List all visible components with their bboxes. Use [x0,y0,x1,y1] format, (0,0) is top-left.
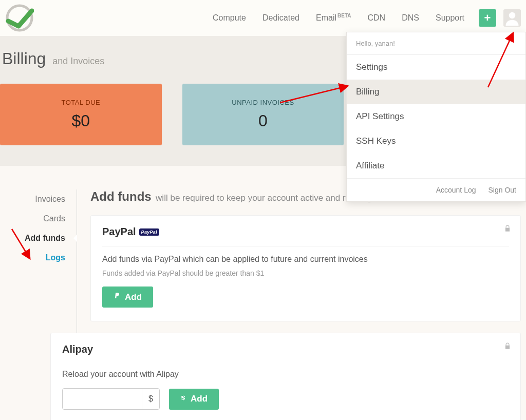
alipay-add-button[interactable]: Add [169,389,219,410]
stat-value: 0 [258,111,268,130]
paypal-badge-icon: PayPal [139,228,159,236]
user-icon [504,10,520,26]
stat-label: TOTAL DUE [61,99,100,106]
paypal-note: Funds added via PayPal should be greater… [102,269,509,277]
nav-dedicated[interactable]: Dedicated [262,11,299,25]
sidebar-item-invoices[interactable]: Invoices [0,189,77,209]
user-avatar[interactable] [503,9,521,27]
svg-line-2 [488,34,513,87]
dropdown-affiliate[interactable]: Affiliate [347,154,525,178]
alipay-desc: Reload your account with Alipay [62,370,509,379]
dropdown-api-settings[interactable]: API Settings [347,104,525,129]
plus-icon: + [484,11,491,25]
nav-compute[interactable]: Compute [213,11,246,25]
dropdown-sign-out[interactable]: Sign Out [489,186,516,194]
stat-value: $0 [72,111,90,130]
nav-links: Compute Dedicated EmailBETA CDN DNS Supp… [213,11,464,25]
alipay-title: Alipay [62,343,509,355]
alipay-amount-input[interactable]: $ [62,388,160,410]
dropdown-ssh-keys[interactable]: SSH Keys [347,129,525,154]
content: Invoices Cards Add funds Logs Add funds … [0,189,526,420]
main-heading: Add funds [90,189,152,203]
brand-logo [5,4,34,32]
paypal-panel: PayPal PayPal Add funds via PayPal which… [90,215,521,321]
page-subtitle: and Invoices [52,56,104,66]
nav-support[interactable]: Support [436,11,464,25]
paypal-icon [114,292,121,302]
annotation-arrow-billing [277,77,354,110]
svg-point-1 [509,12,516,19]
alipay-panel: Alipay Reload your account with Alipay $… [50,333,521,420]
nav-email[interactable]: EmailBETA [316,11,351,25]
svg-line-3 [280,86,347,103]
dropdown-account-log[interactable]: Account Log [436,186,476,194]
create-button[interactable]: + [479,9,496,27]
alipay-amount-row: $ Add [62,388,509,410]
paypal-title: PayPal PayPal [102,226,509,238]
nav-dns[interactable]: DNS [402,11,419,25]
top-nav: Compute Dedicated EmailBETA CDN DNS Supp… [0,0,526,36]
paypal-desc: Add funds via PayPal which can be applie… [102,255,509,264]
paypal-add-button[interactable]: Add [102,287,153,308]
main: Add funds will be required to keep your … [77,189,526,420]
lock-icon [504,342,511,351]
stat-total-due[interactable]: TOTAL DUE $0 [0,84,162,145]
main-heading-sub: will be required to keep your account ac… [156,193,372,203]
annotation-arrow-addfunds [8,226,39,269]
nav-cdn[interactable]: CDN [368,11,386,25]
annotation-arrow-avatar [483,31,519,94]
dropdown-footer: Account Log Sign Out [347,178,525,201]
currency-label: $ [142,389,159,409]
dollar-icon [180,394,186,405]
svg-line-4 [12,229,29,258]
lock-icon [504,225,511,234]
